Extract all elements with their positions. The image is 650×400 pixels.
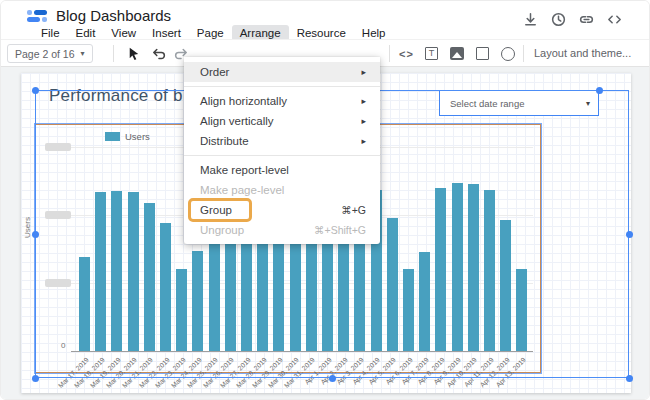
bar-apr-8-2019 xyxy=(435,188,446,351)
y-axis-tick-redacted xyxy=(45,279,71,287)
bar-apr-10-2019 xyxy=(468,184,479,351)
submenu-arrow-icon: ▸ xyxy=(361,96,366,106)
selection-handle[interactable] xyxy=(329,375,336,382)
arrange-menu: Order▸Align horizontally▸Align verticall… xyxy=(184,57,380,244)
embed-code-icon[interactable] xyxy=(606,11,623,28)
bar-mar-21-2019 xyxy=(144,203,155,351)
bar-mar-18-2019 xyxy=(95,192,106,351)
menu-item-label: Ungroup xyxy=(200,224,314,236)
bar-apr-13-2019 xyxy=(516,269,527,351)
undo-icon[interactable] xyxy=(150,45,167,62)
bar-mar-17-2019 xyxy=(79,257,90,351)
menu-item-align-horizontally[interactable]: Align horizontally▸ xyxy=(184,91,380,111)
bar-apr-12-2019 xyxy=(500,220,511,351)
rectangle-tool-icon[interactable] xyxy=(476,47,489,60)
selection-handle[interactable] xyxy=(32,231,39,238)
bar-mar-22-2019 xyxy=(160,223,171,351)
toolbar-divider xyxy=(389,45,390,62)
legend-label: Users xyxy=(125,131,150,142)
bar-apr-6-2019 xyxy=(403,269,414,351)
menu-item-align-vertically[interactable]: Align vertically▸ xyxy=(184,111,380,131)
tutorial-highlight-box xyxy=(188,198,252,222)
chart-legend: Users xyxy=(105,131,150,142)
menu-item-make-page-level: Make page-level xyxy=(184,180,380,200)
selection-handle[interactable] xyxy=(626,231,633,238)
chevron-down-icon: ▾ xyxy=(81,49,85,58)
y-axis-tick-redacted xyxy=(45,143,71,151)
gridline xyxy=(71,283,533,284)
selection-handle[interactable] xyxy=(32,87,39,94)
y-axis-zero-label: 0 xyxy=(61,341,65,350)
bar-apr-9-2019 xyxy=(452,183,463,351)
report-page-title[interactable]: Performance of b xyxy=(49,86,183,106)
x-axis-line xyxy=(71,351,533,352)
circle-tool-icon[interactable] xyxy=(501,47,515,61)
menu-item-group[interactable]: Group⌘+G xyxy=(184,200,380,220)
bar-apr-5-2019 xyxy=(387,218,398,351)
submenu-arrow-icon: ▸ xyxy=(361,67,366,77)
menu-item-label: Order xyxy=(200,66,361,78)
menu-item-label: Distribute xyxy=(200,135,361,147)
menu-item-shortcut: ⌘+Shift+G xyxy=(314,224,366,236)
bar-mar-19-2019 xyxy=(111,191,122,351)
download-icon[interactable] xyxy=(522,11,539,28)
bar-mar-23-2019 xyxy=(176,269,187,351)
embed-tool-icon[interactable]: <> xyxy=(399,48,414,60)
layout-and-theme-button[interactable]: Layout and theme... xyxy=(534,47,631,59)
y-axis-tick-redacted xyxy=(45,211,71,219)
select-cursor-icon[interactable] xyxy=(125,45,142,62)
data-studio-logo-icon[interactable] xyxy=(27,10,47,25)
submenu-arrow-icon: ▸ xyxy=(361,136,366,146)
app-header: Blog Dashboards FileEditViewInsertPageAr… xyxy=(1,1,650,39)
menu-item-distribute[interactable]: Distribute▸ xyxy=(184,131,380,151)
menu-item-label: Make page-level xyxy=(200,184,366,196)
menu-item-label: Align vertically xyxy=(200,115,361,127)
legend-swatch xyxy=(105,132,120,141)
toolbar-divider xyxy=(113,45,114,62)
page-selector[interactable]: Page 2 of 16 ▾ xyxy=(7,44,93,63)
date-range-label: Select date range xyxy=(450,98,586,109)
selection-handle[interactable] xyxy=(626,375,633,382)
selection-handle[interactable] xyxy=(596,87,603,94)
chevron-down-icon: ▾ xyxy=(586,99,590,108)
bar-apr-7-2019 xyxy=(419,252,430,351)
submenu-arrow-icon: ▸ xyxy=(361,116,366,126)
report-name[interactable]: Blog Dashboards xyxy=(56,7,171,24)
version-history-icon[interactable] xyxy=(550,11,567,28)
y-axis-title: Users xyxy=(23,217,32,238)
menu-item-order[interactable]: Order▸ xyxy=(184,62,380,82)
image-tool-icon[interactable] xyxy=(450,47,464,60)
menu-item-shortcut: ⌘+G xyxy=(341,204,366,216)
link-icon[interactable] xyxy=(578,11,595,28)
text-tool-icon[interactable]: T xyxy=(425,47,438,60)
selection-handle[interactable] xyxy=(32,375,39,382)
bar-mar-20-2019 xyxy=(128,192,139,351)
bar-apr-11-2019 xyxy=(484,190,495,351)
bar-mar-24-2019 xyxy=(192,251,203,351)
menu-item-ungroup: Ungroup⌘+Shift+G xyxy=(184,220,380,240)
menu-item-make-report-level[interactable]: Make report-level xyxy=(184,160,380,180)
header-actions xyxy=(522,11,623,28)
menu-divider xyxy=(184,155,380,156)
menu-item-label: Make report-level xyxy=(200,164,366,176)
toolbar-divider xyxy=(523,45,524,62)
menu-item-label: Align horizontally xyxy=(200,95,361,107)
menu-divider xyxy=(184,86,380,87)
date-range-control[interactable]: Select date range ▾ xyxy=(439,90,599,116)
